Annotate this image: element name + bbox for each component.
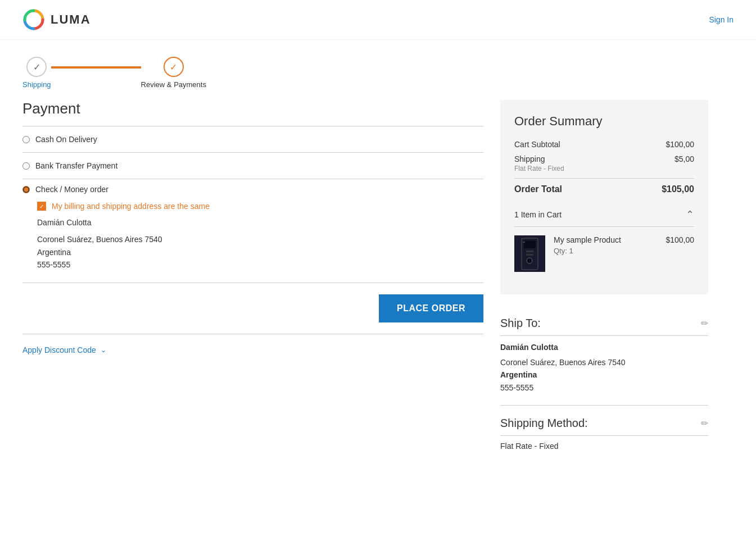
ship-to-name: Damián Culotta xyxy=(500,343,708,352)
order-total-label: Order Total xyxy=(514,184,562,194)
step-shipping[interactable]: ✓ Shipping xyxy=(22,57,51,89)
check-label-text[interactable]: Check / Money order xyxy=(35,185,108,194)
radio-bank[interactable] xyxy=(22,162,30,170)
billing-same-row[interactable]: ✓ My billing and shipping address are th… xyxy=(37,202,483,211)
place-order-button[interactable]: Place Order xyxy=(379,294,483,322)
payment-title: Payment xyxy=(22,100,483,117)
ship-to-country: Argentina xyxy=(500,369,708,381)
payment-option-bank[interactable]: Bank Transfer Payment xyxy=(22,153,483,179)
luma-logo-icon xyxy=(22,8,45,31)
svg-rect-2 xyxy=(524,240,536,248)
cart-item: My sample Product Qty: 1 $100,00 xyxy=(514,227,694,280)
cart-item-image xyxy=(514,235,545,272)
order-summary-box: Order Summary Cart Subtotal $100,00 Ship… xyxy=(500,100,708,294)
step-review-label: Review & Payments xyxy=(141,80,206,89)
check-option-row[interactable]: Check / Money order xyxy=(22,185,483,194)
header: LUMA Sign In xyxy=(0,0,756,40)
billing-same-label: My billing and shipping address are the … xyxy=(52,202,210,211)
sign-in-link[interactable]: Sign In xyxy=(709,15,734,24)
left-panel: Payment Cash On Delivery Bank Transfer P… xyxy=(22,100,483,451)
order-summary-title: Order Summary xyxy=(514,114,694,129)
chevron-down-icon: ⌄ xyxy=(101,346,106,354)
cart-subtotal-label: Cart Subtotal xyxy=(514,140,560,149)
apply-discount-section[interactable]: Apply Discount Code ⌄ xyxy=(22,334,483,366)
billing-name: Damián Culotta xyxy=(37,216,483,229)
cash-label[interactable]: Cash On Delivery xyxy=(35,135,97,144)
order-total-value: $105,00 xyxy=(662,184,694,194)
cart-subtotal-value: $100,00 xyxy=(666,140,694,149)
ship-to-edit-icon[interactable]: ✏ xyxy=(701,318,708,329)
apply-discount-text: Apply Discount Code xyxy=(22,345,96,354)
svg-rect-6 xyxy=(523,242,525,243)
ship-to-header: Ship To: ✏ xyxy=(500,317,708,330)
progress-steps: ✓ Shipping ✓ Review & Payments xyxy=(0,40,756,100)
svg-point-3 xyxy=(527,258,532,263)
shipping-method-value: Flat Rate - Fixed xyxy=(500,442,708,451)
shipping-method-divider xyxy=(500,435,708,436)
radio-check[interactable] xyxy=(22,186,30,193)
logo-area: LUMA xyxy=(22,8,91,31)
step-shipping-circle: ✓ xyxy=(26,57,47,77)
shipping-method-header: Shipping Method: ✏ xyxy=(500,417,708,430)
cart-item-price: $100,00 xyxy=(666,235,694,244)
svg-rect-4 xyxy=(526,251,533,252)
payment-option-cash[interactable]: Cash On Delivery xyxy=(22,126,483,153)
logo-text: LUMA xyxy=(51,12,91,27)
ship-to-divider xyxy=(500,335,708,336)
ship-to-line1: Coronel Suárez, Buenos Aires 7540 xyxy=(500,356,708,369)
shipping-label: Shipping xyxy=(514,154,545,163)
shipping-method-title: Shipping Method: xyxy=(500,417,588,430)
cart-item-qty: Qty: 1 xyxy=(554,247,657,255)
step-connector xyxy=(51,66,141,69)
step-shipping-label: Shipping xyxy=(22,80,51,89)
shipping-value: $5,00 xyxy=(674,154,694,163)
cart-item-info: My sample Product Qty: 1 xyxy=(554,235,657,255)
svg-rect-5 xyxy=(526,254,533,256)
ship-to-phone: 555-5555 xyxy=(500,381,708,394)
place-order-row: Place Order xyxy=(22,283,483,334)
main-content: Payment Cash On Delivery Bank Transfer P… xyxy=(0,100,756,451)
shipping-method-section: Shipping Method: ✏ Flat Rate - Fixed xyxy=(500,406,708,451)
ship-to-section: Ship To: ✏ Damián Culotta Coronel Suárez… xyxy=(500,306,708,406)
cart-item-name: My sample Product xyxy=(554,235,657,244)
product-image-svg xyxy=(517,237,542,271)
bank-label[interactable]: Bank Transfer Payment xyxy=(35,161,117,170)
billing-line1: Coronel Suárez, Buenos Aires 7540 xyxy=(37,233,483,246)
ship-to-address: Coronel Suárez, Buenos Aires 7540 Argent… xyxy=(500,356,708,394)
items-in-cart-label: 1 Item in Cart xyxy=(514,210,562,219)
payment-option-check-expanded: Check / Money order ✓ My billing and shi… xyxy=(22,179,483,283)
ship-to-title: Ship To: xyxy=(500,317,541,330)
shipping-method-edit-icon[interactable]: ✏ xyxy=(701,418,708,429)
billing-same-checkbox[interactable]: ✓ xyxy=(37,202,46,211)
summary-divider xyxy=(514,178,694,179)
cart-subtotal-row: Cart Subtotal $100,00 xyxy=(514,140,694,149)
shipping-row: Shipping $5,00 xyxy=(514,154,694,163)
flat-rate-label: Flat Rate - Fixed xyxy=(514,165,694,172)
billing-line2: Argentina xyxy=(37,246,483,258)
step-review[interactable]: ✓ Review & Payments xyxy=(141,57,206,89)
items-in-cart-header[interactable]: 1 Item in Cart ⌃ xyxy=(514,203,694,226)
right-panel: Order Summary Cart Subtotal $100,00 Ship… xyxy=(500,100,708,451)
collapse-icon: ⌃ xyxy=(686,208,694,221)
order-total-row: Order Total $105,00 xyxy=(514,184,694,194)
billing-phone: 555-5555 xyxy=(37,258,483,271)
radio-cash[interactable] xyxy=(22,136,30,143)
step-review-circle: ✓ xyxy=(164,57,184,77)
billing-address-block: Damián Culotta Coronel Suárez, Buenos Ai… xyxy=(37,216,483,271)
